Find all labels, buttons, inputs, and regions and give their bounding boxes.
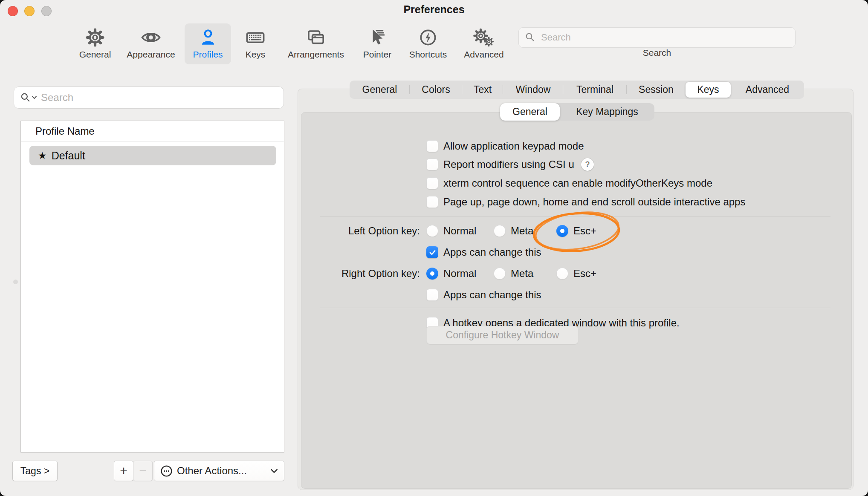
- toolbar-label: Pointer: [363, 48, 392, 61]
- profile-tabbar: General Colors Text Window Terminal Sess…: [350, 81, 804, 99]
- radio-left-esc: Esc+: [556, 224, 596, 238]
- checkbox-label[interactable]: xterm control sequence can enable modify…: [443, 177, 712, 189]
- toolbar-label: Shortcuts: [409, 48, 447, 61]
- row-right-apps-change: Apps can change this: [426, 288, 541, 302]
- profile-row-default[interactable]: ★ Default: [29, 146, 276, 165]
- tags-button[interactable]: Tags >: [12, 461, 58, 481]
- checkbox-label[interactable]: Apps can change this: [443, 246, 541, 258]
- person-icon: [198, 27, 218, 48]
- subtab-general[interactable]: General: [500, 103, 560, 121]
- toolbar-item-general[interactable]: General: [65, 23, 125, 64]
- toolbar-label: Advanced: [464, 48, 503, 61]
- star-icon: ★: [38, 150, 47, 161]
- toolbar-item-profiles[interactable]: Profiles: [185, 23, 231, 64]
- toolbar-item-keys[interactable]: Keys: [226, 23, 285, 64]
- window-title: Preferences: [0, 3, 868, 16]
- windows-icon: [306, 27, 326, 48]
- row-modify-other-keys: xterm control sequence can enable modify…: [426, 176, 712, 190]
- toolbar-item-advanced[interactable]: Advanced: [454, 23, 514, 64]
- add-profile-button[interactable]: +: [114, 461, 133, 481]
- header-divider: [21, 141, 284, 141]
- toolbar-search-field[interactable]: [518, 27, 796, 48]
- checkbox-page-scroll[interactable]: [426, 196, 438, 208]
- radio-right-meta: Meta: [494, 266, 533, 281]
- tab-window[interactable]: Window: [503, 81, 563, 99]
- radio-button-selected[interactable]: [556, 225, 568, 237]
- other-actions-dropdown[interactable]: Other Actions...: [154, 461, 284, 481]
- radio-button[interactable]: [494, 268, 506, 280]
- profile-search-input[interactable]: [40, 91, 278, 104]
- keyboard-icon: [245, 27, 266, 48]
- splitter-handle[interactable]: [13, 280, 18, 284]
- radio-label[interactable]: Meta: [511, 268, 533, 280]
- bolt-icon: [418, 27, 438, 48]
- checkbox-label[interactable]: Apps can change this: [443, 289, 541, 301]
- radio-left-meta: Meta: [494, 224, 533, 238]
- remove-profile-button[interactable]: −: [133, 461, 153, 481]
- checkbox-modify-other-keys[interactable]: [426, 177, 438, 189]
- tab-general[interactable]: General: [350, 81, 410, 99]
- search-menu-icon: [20, 92, 37, 104]
- toolbar-item-shortcuts[interactable]: Shortcuts: [398, 23, 458, 64]
- checkbox-label[interactable]: Page up, page down, home and end scroll …: [443, 196, 745, 208]
- row-csi-u: Report modifiers using CSI u ?: [426, 157, 594, 172]
- subtab-key-mappings[interactable]: Key Mappings: [560, 103, 654, 121]
- toolbar-item-appearance[interactable]: Appearance: [121, 23, 181, 64]
- tab-advanced[interactable]: Advanced: [731, 81, 804, 99]
- cursor-icon: [367, 27, 388, 48]
- checkbox-left-apps-change[interactable]: [426, 246, 438, 258]
- radio-label[interactable]: Normal: [443, 268, 476, 280]
- radio-label[interactable]: Meta: [511, 225, 533, 237]
- profile-name: Default: [52, 150, 85, 162]
- right-option-key-label: Right Option key:: [298, 266, 420, 281]
- tab-terminal[interactable]: Terminal: [563, 81, 627, 99]
- preferences-window: Preferences General Appearance Profiles: [0, 0, 868, 496]
- checkbox-keypad-mode[interactable]: [426, 140, 438, 152]
- profile-list-header: Profile Name: [35, 125, 95, 137]
- radio-button-selected[interactable]: [426, 268, 438, 280]
- profile-search-field[interactable]: [14, 87, 284, 109]
- row-keypad-mode: Allow application keypad mode: [426, 139, 584, 153]
- toolbar-search-label: Search: [518, 48, 796, 58]
- section-divider: [320, 216, 830, 216]
- radio-right-normal: Normal: [426, 266, 476, 281]
- radio-right-esc: Esc+: [556, 266, 596, 281]
- tab-session[interactable]: Session: [627, 81, 686, 99]
- toolbar-label: Arrangements: [288, 48, 344, 61]
- radio-label[interactable]: Esc+: [573, 225, 596, 237]
- help-button[interactable]: ?: [581, 158, 594, 171]
- gear-icon: [85, 27, 105, 48]
- configure-hotkey-window-button[interactable]: Configure Hotkey Window: [426, 326, 579, 344]
- left-option-key-label: Left Option key:: [298, 224, 420, 238]
- radio-label[interactable]: Esc+: [573, 268, 596, 280]
- tab-text[interactable]: Text: [462, 81, 503, 99]
- toolbar-search-input[interactable]: [540, 32, 789, 43]
- radio-button[interactable]: [494, 225, 506, 237]
- toolbar-label: General: [79, 48, 111, 61]
- row-page-scroll: Page up, page down, home and end scroll …: [426, 195, 745, 209]
- toolbar-label: Keys: [246, 48, 266, 61]
- other-actions-label: Other Actions...: [177, 465, 247, 477]
- checkbox-label[interactable]: Allow application keypad mode: [443, 140, 584, 152]
- checkbox-csi-u[interactable]: [426, 159, 438, 170]
- radio-button[interactable]: [426, 225, 438, 237]
- toolbar-label: Profiles: [193, 48, 223, 61]
- radio-label[interactable]: Normal: [443, 225, 476, 237]
- tab-keys[interactable]: Keys: [686, 82, 731, 98]
- gears-icon: [472, 27, 495, 48]
- profile-list: Profile Name ★ Default: [20, 121, 284, 453]
- radio-button[interactable]: [556, 268, 568, 280]
- row-left-apps-change: Apps can change this: [426, 245, 541, 260]
- search-icon: [525, 32, 536, 43]
- checkbox-right-apps-change[interactable]: [426, 289, 438, 301]
- keys-subtabs: General Key Mappings: [500, 103, 654, 121]
- checkbox-label[interactable]: Report modifiers using CSI u: [443, 159, 574, 170]
- toolbar-item-arrangements[interactable]: Arrangements: [286, 23, 346, 64]
- ellipsis-circle-icon: [160, 465, 173, 477]
- tab-colors[interactable]: Colors: [410, 81, 462, 99]
- radio-left-normal: Normal: [426, 224, 476, 238]
- section-divider: [320, 308, 830, 308]
- eye-icon: [141, 27, 161, 48]
- toolbar-label: Appearance: [127, 48, 175, 61]
- chevron-down-icon: [270, 469, 278, 473]
